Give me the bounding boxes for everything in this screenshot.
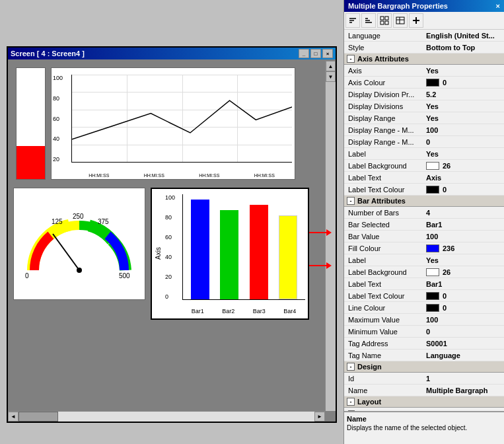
bar-2 (220, 210, 238, 299)
bar-3 (250, 205, 268, 299)
toolbar-table[interactable] (393, 13, 408, 28)
prop-label-display-division-pr: Display Division Pr... (344, 90, 423, 99)
screen-content: 100 80 60 40 20 (8, 59, 336, 325)
toolbar-sort-asc[interactable] (345, 13, 360, 28)
chart-x-axis: HH:MI:SS HH:MI:SS HH:MI:SS HH:MI:SS (71, 173, 292, 178)
prop-row-label[interactable]: Label Yes (344, 148, 504, 160)
svg-text:500: 500 (119, 272, 130, 279)
prop-row-line-colour[interactable]: Line Colour 0 (344, 302, 504, 314)
prop-label-display-divisions: Display Divisions (344, 102, 423, 111)
svg-rect-17 (396, 17, 404, 24)
fill-colour-swatch (426, 244, 439, 252)
prop-value-line-colour: 0 (423, 303, 504, 313)
properties-title: Multiple Bargraph Properties (348, 2, 448, 10)
prop-label-bar-label-text-colour: Label Text Colour (344, 291, 423, 301)
maximize-btn[interactable]: □ (310, 49, 321, 58)
svg-text:125: 125 (52, 218, 63, 225)
toolbar-sort-desc[interactable] (361, 13, 376, 28)
props-content: Language English (United St... Style Bot… (344, 30, 504, 411)
prop-row-axis[interactable]: Axis Yes (344, 65, 504, 77)
arrow-bar-selected (309, 232, 328, 233)
section-bar-attributes[interactable]: - Bar Attributes (344, 196, 504, 207)
scroll-hthumb[interactable] (18, 412, 58, 422)
section-axis-attributes[interactable]: - Axis Attributes (344, 54, 504, 65)
scroll-left-btn[interactable]: ◄ (8, 412, 18, 422)
screen-window: Screen [ 4 : Screen4 ] _ □ × ▲ ▼ (7, 46, 337, 423)
prop-row-display-division-pr[interactable]: Display Division Pr... 5.2 (344, 89, 504, 100)
prop-row-bar-label-text-colour[interactable]: Label Text Colour 0 (344, 290, 504, 302)
prop-row-display-range-min[interactable]: Display Range - M... 0 (344, 136, 504, 148)
prop-row-display-divisions[interactable]: Display Divisions Yes (344, 100, 504, 112)
screen-vscroll[interactable]: ▲ ▼ (325, 61, 336, 411)
prop-value-bar-label-text-colour: 0 (423, 291, 504, 301)
line-chart: 100 80 60 40 20 (51, 67, 295, 180)
svg-text:375: 375 (98, 218, 109, 225)
prop-label-axis-colour: Axis Colour (344, 78, 423, 87)
properties-close-btn[interactable]: × (496, 2, 500, 10)
prop-value-name: Multiple Bargraph (423, 386, 504, 395)
prop-row-bar-label[interactable]: Label Yes (344, 254, 504, 266)
svg-rect-13 (380, 17, 384, 20)
prop-value-tag-address: S0001 (423, 339, 504, 348)
section-collapse-icon: - (347, 55, 355, 63)
screen-area: Screen [ 4 : Screen4 ] _ □ × ▲ ▼ (0, 0, 343, 444)
prop-label-language: Language (344, 31, 423, 40)
scroll-right-btn[interactable]: ► (314, 412, 325, 422)
prop-label-style: Style (344, 43, 423, 52)
prop-row-label-bg[interactable]: Label Background 26 (344, 160, 504, 172)
arrow-label-bg (309, 265, 328, 266)
prop-label-bar-value: Bar Value (344, 232, 423, 241)
label-text-colour-swatch (426, 186, 439, 194)
close-screen-btn[interactable]: × (322, 49, 333, 58)
section-layout[interactable]: - Layout (344, 396, 504, 408)
footer-title: Name (347, 415, 501, 423)
svg-point-1 (77, 268, 82, 273)
prop-row-style[interactable]: Style Bottom to Top (344, 42, 504, 54)
prop-label-label-bg: Label Background (344, 161, 423, 170)
prop-value-label-text-colour: 0 (423, 185, 504, 194)
prop-row-num-bars[interactable]: Number of Bars 4 (344, 207, 504, 219)
chart-svg (72, 75, 292, 162)
prop-row-label-text[interactable]: Label Text Axis (344, 172, 504, 184)
prop-row-max-value[interactable]: Maximum Value 100 (344, 314, 504, 326)
prop-row-language[interactable]: Language English (United St... (344, 30, 504, 42)
prop-label-id: Id (344, 374, 423, 383)
prop-row-min-value[interactable]: Minimum Value 0 (344, 326, 504, 338)
screen-hscroll[interactable]: ◄ ► (8, 411, 325, 422)
toolbar-add[interactable] (409, 13, 423, 28)
prop-row-fill-colour[interactable]: Fill Colour 236 (344, 242, 504, 254)
bar-1 (191, 200, 209, 299)
prop-value-label-bg: 26 (423, 161, 504, 170)
prop-value-fill-colour: 236 (423, 244, 504, 253)
props-toolbar (344, 12, 504, 30)
prop-row-display-range[interactable]: Display Range Yes (344, 112, 504, 124)
prop-row-tag-name[interactable]: Tag Name Language (344, 350, 504, 361)
section-bar-collapse-icon: - (347, 197, 355, 205)
level-fill (17, 146, 45, 179)
label-bg-swatch (426, 162, 439, 170)
prop-row-display-range-max[interactable]: Display Range - M... 100 (344, 124, 504, 136)
prop-row-bar-label-bg[interactable]: Label Background 26 (344, 266, 504, 278)
prop-row-name[interactable]: Name Multiple Bargraph (344, 385, 504, 396)
minimize-btn[interactable]: _ (299, 49, 309, 58)
properties-panel: Multiple Bargraph Properties × Language … (343, 0, 504, 444)
axis-colour-swatch (426, 79, 439, 87)
svg-rect-14 (385, 17, 388, 20)
scroll-up-btn[interactable]: ▲ (326, 61, 336, 71)
bargraph-x-labels: Bar1 Bar2 Bar3 Bar4 (182, 308, 305, 314)
toolbar-grid[interactable] (377, 13, 392, 28)
prop-label-display-range-min: Display Range - M... (344, 137, 423, 147)
scroll-down-btn[interactable]: ▼ (326, 71, 336, 82)
prop-row-id[interactable]: Id 1 (344, 373, 504, 385)
prop-row-bar-label-text[interactable]: Label Text Bar1 (344, 278, 504, 290)
prop-row-bar-value[interactable]: Bar Value 100 (344, 231, 504, 242)
section-label-layout: Layout (357, 398, 381, 406)
prop-row-tag-address[interactable]: Tag Address S0001 (344, 338, 504, 350)
prop-row-axis-colour[interactable]: Axis Colour 0 (344, 77, 504, 89)
prop-row-label-text-colour[interactable]: Label Text Colour 0 (344, 184, 504, 196)
prop-value-bar-value: 100 (423, 232, 504, 241)
prop-row-bar-selected[interactable]: Bar Selected Bar1 (344, 219, 504, 231)
prop-label-num-bars: Number of Bars (344, 208, 423, 217)
footer-desc: Displays the name of the selected object… (347, 424, 501, 431)
section-design[interactable]: - Design (344, 361, 504, 373)
